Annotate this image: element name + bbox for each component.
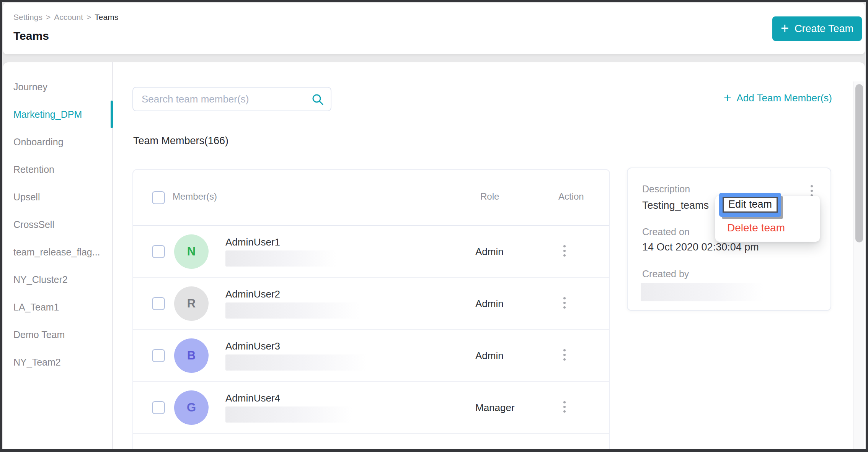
created-by-label: Created by <box>642 268 689 280</box>
description-value: Testing_teams <box>642 200 709 211</box>
create-team-button[interactable]: + Create Team <box>772 16 862 41</box>
avatar: R <box>174 286 209 321</box>
edit-team-highlight[interactable]: Edit team <box>719 193 781 217</box>
row-checkbox[interactable] <box>152 245 165 258</box>
created-on-value: 14 Oct 2020 02:30:04 pm <box>642 241 759 253</box>
member-name: AdminUser4 <box>225 392 352 404</box>
active-indicator <box>111 101 113 128</box>
breadcrumb-separator: > <box>86 13 91 22</box>
team-members-table: Member(s) Role Action N AdminUser1 Admin <box>132 169 610 449</box>
breadcrumb-separator: > <box>46 13 51 22</box>
table-row: N AdminUser1 Admin <box>133 226 609 278</box>
redacted-email <box>225 302 360 319</box>
teams-list: Journey Marketing_DPM Onboarding Retenti… <box>3 62 112 376</box>
row-actions-kebab-icon[interactable] <box>561 243 568 259</box>
member-name: AdminUser1 <box>225 236 336 248</box>
role-column-header: Role <box>480 191 499 202</box>
content-area: Journey Marketing_DPM Onboarding Retenti… <box>3 62 865 449</box>
app-window: Settings > Account > Teams Teams + Creat… <box>0 0 868 452</box>
member-name: AdminUser3 <box>225 340 367 352</box>
sidebar-item-journey[interactable]: Journey <box>3 73 112 101</box>
sidebar-item-onboarding[interactable]: Onboarding <box>3 128 112 156</box>
member-role: Manager <box>475 382 515 434</box>
sidebar-item-retention[interactable]: Retention <box>3 156 112 183</box>
page-background: Settings > Account > Teams Teams + Creat… <box>2 2 866 449</box>
row-checkbox[interactable] <box>152 401 165 414</box>
members-column-header: Member(s) <box>173 191 217 202</box>
page-title: Teams <box>13 29 49 42</box>
search-box <box>132 87 331 111</box>
member-name: AdminUser2 <box>225 288 360 300</box>
sidebar-item-la-team1[interactable]: LA_Team1 <box>3 293 112 321</box>
search-icon[interactable] <box>312 93 324 106</box>
add-team-member-label: Add Team Member(s) <box>737 92 832 104</box>
row-checkbox[interactable] <box>152 297 165 310</box>
team-options-menu: Edit team Delete team <box>715 196 820 242</box>
sidebar-item-ny-team2[interactable]: NY_Team2 <box>3 348 112 376</box>
sidebar-item-demo-team[interactable]: Demo Team <box>3 321 112 348</box>
member-cell: AdminUser3 <box>225 340 367 371</box>
avatar: N <box>174 234 209 269</box>
member-cell: AdminUser1 <box>225 236 336 267</box>
redacted-email <box>225 354 367 371</box>
search-input[interactable] <box>133 88 331 111</box>
avatar: G <box>174 390 209 425</box>
page-header: Settings > Account > Teams Teams + Creat… <box>3 3 865 54</box>
member-role: Admin <box>475 278 504 330</box>
table-row: B AdminUser3 Admin <box>133 330 609 382</box>
table-row: G AdminUser4 Manager <box>133 382 609 434</box>
created-on-label: Created on <box>642 226 690 237</box>
row-actions-kebab-icon[interactable] <box>561 399 568 415</box>
breadcrumb-account[interactable]: Account <box>54 13 83 22</box>
breadcrumb-teams: Teams <box>95 13 118 22</box>
table-row: R AdminUser2 Admin <box>133 278 609 330</box>
row-checkbox[interactable] <box>152 349 165 362</box>
row-actions-kebab-icon[interactable] <box>561 295 568 311</box>
create-team-label: Create Team <box>795 23 853 35</box>
add-team-member-button[interactable]: + Add Team Member(s) <box>724 92 832 104</box>
action-column-header: Action <box>558 191 584 202</box>
select-all-checkbox[interactable] <box>152 191 165 204</box>
member-role: Admin <box>475 330 504 382</box>
breadcrumb-settings[interactable]: Settings <box>13 13 42 22</box>
plus-icon: + <box>724 91 731 104</box>
redacted-email <box>225 250 336 267</box>
member-role: Admin <box>475 226 504 278</box>
sidebar-item-upsell[interactable]: Upsell <box>3 183 112 211</box>
teams-sidebar: Journey Marketing_DPM Onboarding Retenti… <box>3 62 113 449</box>
edit-team-menu-item[interactable]: Edit team <box>723 197 778 213</box>
sidebar-item-marketing-dpm[interactable]: Marketing_DPM <box>3 101 112 128</box>
breadcrumb: Settings > Account > Teams <box>13 13 118 22</box>
member-cell: AdminUser4 <box>225 392 352 423</box>
scrollbar-thumb[interactable] <box>855 84 863 242</box>
plus-icon: + <box>781 21 789 35</box>
redacted-email <box>225 406 352 423</box>
member-cell: AdminUser2 <box>225 288 360 319</box>
redacted-created-by <box>641 283 763 301</box>
sidebar-item-ny-cluster2[interactable]: NY_Cluster2 <box>3 266 112 293</box>
sidebar-item-label: Marketing_DPM <box>13 109 82 120</box>
description-label: Description <box>642 184 690 195</box>
avatar: B <box>174 338 209 373</box>
sidebar-item-team-release-flag[interactable]: team_release_flag... <box>3 238 112 266</box>
vertical-scrollbar[interactable] <box>853 81 864 449</box>
delete-team-menu-item[interactable]: Delete team <box>727 222 785 234</box>
sidebar-item-crosssell[interactable]: CrossSell <box>3 211 112 238</box>
team-members-count-heading: Team Members(166) <box>133 135 228 147</box>
table-header-row: Member(s) Role Action <box>133 170 609 226</box>
row-actions-kebab-icon[interactable] <box>561 347 568 363</box>
